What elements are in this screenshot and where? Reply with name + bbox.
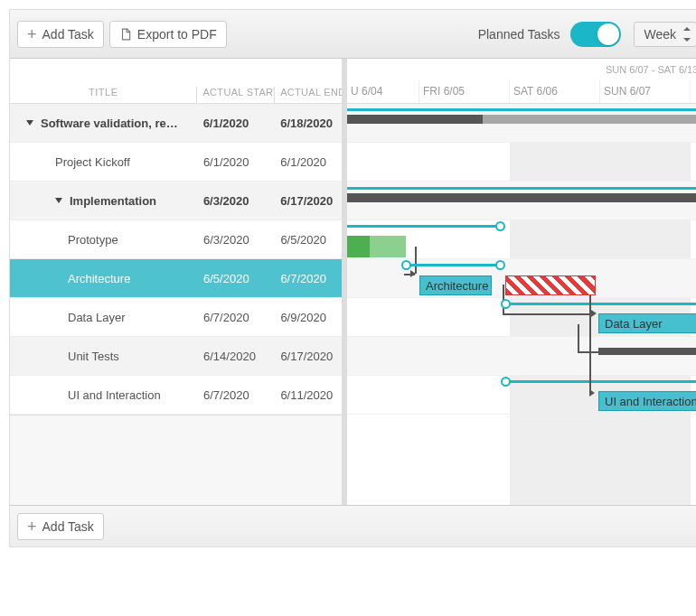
- chart-body: ArchitectureData LayerUI and Interaction: [347, 104, 696, 505]
- actual-start: 6/14/2020: [198, 350, 275, 363]
- add-task-button-footer[interactable]: + Add Task: [17, 513, 104, 540]
- baseline: [505, 380, 696, 383]
- summary-bar: [347, 193, 696, 202]
- plus-icon: +: [27, 28, 37, 41]
- add-task-button[interactable]: + Add Task: [17, 21, 104, 48]
- task-title: Software validation, re…: [41, 117, 178, 130]
- baseline: [347, 187, 696, 190]
- dependency-line: [589, 295, 591, 395]
- actual-end: 6/5/2020: [275, 233, 342, 247]
- chart-pane[interactable]: SUN 6/07 - SAT 6/13 U 6/04FRI 6/05SAT 6/…: [347, 59, 696, 505]
- toolbar: + Add Task Export to PDF Planned Tasks W…: [10, 10, 696, 59]
- toggle-knob: [597, 23, 619, 45]
- col-actual-start[interactable]: ACTUAL START: [197, 87, 275, 103]
- grid-header: TITLE ACTUAL START ACTUAL END: [10, 59, 342, 104]
- day-header: SAT 6/06: [510, 79, 600, 103]
- table-row[interactable]: Data Layer6/7/20206/9/2020: [10, 298, 342, 337]
- task-title: Prototype: [68, 233, 118, 247]
- grid-pane: TITLE ACTUAL START ACTUAL END Software v…: [10, 59, 347, 505]
- add-task-label: Add Task: [42, 27, 94, 42]
- table-row[interactable]: Software validation, re…6/1/20206/18/202…: [10, 104, 342, 143]
- planned-toggle[interactable]: [570, 22, 621, 47]
- actual-start: 6/3/2020: [198, 194, 275, 208]
- grid-empty: [10, 415, 342, 505]
- day-header: U 6/04: [347, 79, 419, 103]
- dependency-line: [503, 313, 593, 315]
- gantt-app: + Add Task Export to PDF Planned Tasks W…: [9, 9, 696, 547]
- col-title[interactable]: TITLE: [10, 87, 197, 103]
- body: TITLE ACTUAL START ACTUAL END Software v…: [10, 59, 696, 505]
- table-row[interactable]: Project Kickoff6/1/20206/1/2020: [10, 143, 342, 182]
- week-range: SUN 6/07 - SAT 6/13: [600, 64, 696, 75]
- export-pdf-button[interactable]: Export to PDF: [109, 21, 227, 48]
- baseline: [347, 225, 501, 228]
- task-title: Architecture: [68, 272, 130, 285]
- task-bar-architecture[interactable]: Architecture: [419, 275, 492, 295]
- pdf-icon: [119, 28, 132, 41]
- task-bar-datalayer[interactable]: Data Layer: [598, 313, 696, 333]
- actual-end: 6/18/2020: [275, 117, 342, 130]
- actual-end: 6/7/2020: [275, 272, 342, 285]
- dependency-line: [578, 324, 579, 351]
- actual-start: 6/7/2020: [198, 311, 275, 324]
- task-title: Unit Tests: [68, 350, 119, 363]
- table-row[interactable]: UI and Interaction6/7/20206/11/2020: [10, 376, 342, 415]
- task-bar-architecture-critical[interactable]: [505, 275, 596, 295]
- baseline: [347, 108, 696, 111]
- chart-header: SUN 6/07 - SAT 6/13 U 6/04FRI 6/05SAT 6/…: [347, 59, 696, 104]
- actual-start: 6/7/2020: [198, 388, 275, 402]
- actual-start: 6/1/2020: [198, 117, 276, 130]
- chevron-down-icon[interactable]: [26, 120, 33, 126]
- task-title: Implementation: [70, 194, 156, 208]
- dependency-arrow: [410, 270, 416, 277]
- actual-end: 6/9/2020: [275, 311, 342, 324]
- table-row[interactable]: Prototype6/3/20206/5/2020: [10, 220, 342, 259]
- task-title: UI and Interaction: [68, 388, 161, 402]
- baseline: [406, 264, 501, 266]
- view-select[interactable]: Week: [634, 22, 696, 47]
- baseline: [505, 303, 696, 305]
- plus-icon: +: [27, 520, 37, 533]
- actual-end: 6/11/2020: [275, 388, 342, 402]
- actual-end: 6/1/2020: [275, 155, 342, 169]
- table-row[interactable]: Implementation6/3/20206/17/2020: [10, 182, 342, 220]
- add-task-label-footer: Add Task: [42, 519, 94, 534]
- task-bar-ui[interactable]: UI and Interaction: [598, 391, 696, 411]
- day-header: SUN 6/07: [600, 79, 691, 103]
- dependency-arrow: [589, 389, 595, 397]
- progress-bar: [347, 236, 370, 257]
- footer-toolbar: + Add Task: [10, 505, 696, 546]
- planned-tasks-label: Planned Tasks: [478, 27, 560, 42]
- actual-start: 6/5/2020: [198, 272, 275, 285]
- progress-bar: [370, 236, 406, 257]
- task-title: Project Kickoff: [55, 155, 130, 169]
- export-pdf-label: Export to PDF: [137, 27, 217, 42]
- summary-bar: [598, 348, 696, 355]
- task-title: Data Layer: [68, 311, 126, 324]
- dependency-arrow: [591, 310, 597, 317]
- day-header: FRI 6/05: [419, 79, 510, 103]
- chevron-down-icon[interactable]: [55, 198, 62, 203]
- actual-start: 6/1/2020: [198, 155, 275, 169]
- actual-end: 6/17/2020: [275, 194, 342, 208]
- grid-rows: Software validation, re…6/1/20206/18/202…: [10, 104, 342, 415]
- table-row[interactable]: Architecture6/5/20206/7/2020: [10, 259, 342, 298]
- summary-progress: [347, 115, 483, 124]
- col-actual-end[interactable]: ACTUAL END: [275, 87, 342, 103]
- table-row[interactable]: Unit Tests6/14/20206/17/2020: [10, 337, 342, 376]
- actual-start: 6/3/2020: [198, 233, 275, 247]
- day-headers: U 6/04FRI 6/05SAT 6/06SUN 6/07: [347, 79, 696, 103]
- actual-end: 6/17/2020: [275, 350, 342, 363]
